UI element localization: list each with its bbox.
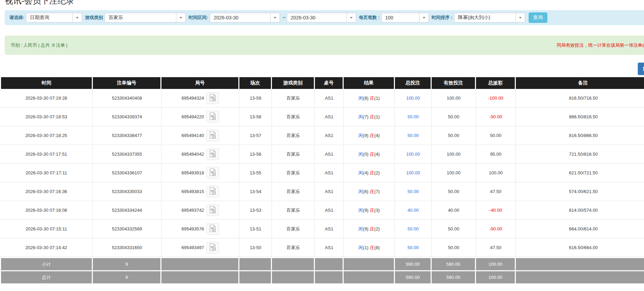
search-button[interactable]: 查询 xyxy=(529,12,547,23)
cell-table-no: AS1 xyxy=(315,220,344,238)
total-bet-link[interactable]: 40.00 xyxy=(407,208,419,213)
total-bet-link[interactable]: 100.00 xyxy=(406,152,420,157)
cell-game-type: 百家乐 xyxy=(272,164,315,182)
round-id-wrap: 695494324 xyxy=(163,89,238,107)
round-id-value: 695493815 xyxy=(182,189,204,194)
table-row: 2026-03-30 07:18:25523304338477695494140… xyxy=(0,126,644,145)
total-bet-link[interactable]: 100.00 xyxy=(406,96,420,101)
total-bet-link[interactable]: 100.00 xyxy=(406,170,420,175)
film-document-icon xyxy=(209,150,217,158)
total-bet-link[interactable]: 50.00 xyxy=(407,245,419,250)
video-playback-button[interactable] xyxy=(206,92,219,104)
round-id-wrap: 695493576 xyxy=(163,220,238,238)
cell-time: 2026-03-30 07:15:11 xyxy=(0,220,93,238)
header-cell-game: 游戏类别 xyxy=(272,77,315,89)
game-type-select[interactable]: 百家乐 xyxy=(105,13,186,22)
cell-remark: 816.50/716.50 xyxy=(516,89,644,108)
scroll-top-button[interactable]: ⬆ xyxy=(638,63,644,75)
result-player-score: (9) xyxy=(363,133,370,138)
total-bet-link[interactable]: 50.00 xyxy=(407,226,419,231)
cell-game-type: 百家乐 xyxy=(272,182,315,201)
query-type-select[interactable]: 日期查询 xyxy=(26,13,82,22)
caret-down-icon[interactable] xyxy=(346,13,356,22)
cell-valid-bet: 100.00 xyxy=(432,145,476,164)
table-header-row: 时间注单编号局号场次游戏类别桌号结果总投注有效投注总派彩备注 xyxy=(0,77,644,89)
header-cell-time: 时间 xyxy=(0,77,93,89)
cell-valid-bet: 50.00 xyxy=(432,182,476,201)
cell-payout: 47.50 xyxy=(476,182,516,201)
cell-remark: 664.00/614.00 xyxy=(516,220,644,238)
cell-valid-bet: 50.00 xyxy=(432,220,476,238)
result-banker-label: 庄 xyxy=(370,133,374,138)
cell-round-id: 695494140 xyxy=(161,126,239,145)
result-banker-label: 庄 xyxy=(370,170,374,175)
cell-bet-id: 523304337355 xyxy=(93,145,161,164)
total-bet-link[interactable]: 50.00 xyxy=(407,114,419,119)
video-playback-button[interactable] xyxy=(206,167,219,179)
cell-bet-id: 523304340408 xyxy=(93,89,161,108)
cell-game-type: 百家乐 xyxy=(272,126,315,145)
result-player-score: (9) xyxy=(363,208,370,213)
cell-total-bet: 100.00 xyxy=(395,145,432,164)
total-payout: 100.00 xyxy=(476,270,516,284)
round-id-value: 695493576 xyxy=(182,226,204,231)
film-document-icon xyxy=(209,169,217,177)
cell-session: 13-54 xyxy=(239,182,272,201)
caret-down-icon[interactable] xyxy=(419,13,429,22)
subtotal-payout: 100.00 xyxy=(476,257,516,270)
video-playback-button[interactable] xyxy=(206,130,219,141)
cell-table-no: AS1 xyxy=(315,238,344,257)
total-session xyxy=(239,270,272,284)
total-bet-link[interactable]: 50.00 xyxy=(407,189,419,194)
cell-remark: 721.50/816.50 xyxy=(516,145,644,164)
caret-down-icon[interactable] xyxy=(515,13,525,22)
result-banker-score: (8) xyxy=(374,245,380,250)
cell-bet-id: 523304336107 xyxy=(93,164,161,182)
caret-down-icon[interactable] xyxy=(176,13,185,22)
round-id-wrap: 695493497 xyxy=(163,238,238,257)
time-sort-select[interactable]: 降幂(由大到小) xyxy=(454,13,525,22)
cell-round-id: 695494324 xyxy=(161,89,239,108)
game-type-label: 游戏类别 xyxy=(85,15,103,21)
total-valid-bet: 590.00 xyxy=(432,270,476,284)
result-banker-label: 庄 xyxy=(370,152,374,157)
cell-game-type: 百家乐 xyxy=(272,89,315,108)
caret-down-icon[interactable] xyxy=(72,13,82,22)
payout-value: -40.00 xyxy=(489,208,502,213)
table-row: 2026-03-30 07:19:28523304340408695494324… xyxy=(0,89,644,108)
video-playback-button[interactable] xyxy=(206,148,219,160)
result-banker-label: 庄 xyxy=(370,114,374,119)
total-bet-link[interactable]: 50.00 xyxy=(407,133,419,138)
payout-value: 95.00 xyxy=(490,152,502,157)
date-from-value: 2026-03-30 xyxy=(210,15,270,20)
film-document-icon xyxy=(209,243,217,252)
page-size-select[interactable]: 100 xyxy=(381,13,429,22)
result-player-label: 闲 xyxy=(359,189,363,194)
round-id-wrap: 695493918 xyxy=(163,164,238,182)
date-to-select[interactable]: 2026-03-30 xyxy=(287,13,356,22)
video-playback-button[interactable] xyxy=(206,242,219,253)
query-type-value: 日期查询 xyxy=(26,15,72,21)
video-playback-button[interactable] xyxy=(206,186,219,197)
cell-valid-bet: 40.00 xyxy=(432,201,476,220)
video-playback-button[interactable] xyxy=(206,111,219,122)
cell-time: 2026-03-30 07:18:53 xyxy=(0,108,93,126)
cell-time: 2026-03-30 07:14:42 xyxy=(0,238,93,257)
subtotal-valid-bet: 590.00 xyxy=(432,257,476,270)
cell-total-bet: 100.00 xyxy=(395,89,432,108)
cell-time: 2026-03-30 07:19:28 xyxy=(0,89,93,108)
date-from-select[interactable]: 2026-03-30 xyxy=(210,13,280,22)
cell-valid-bet: 50.00 xyxy=(432,238,476,257)
payout-value: 50.00 xyxy=(490,133,502,138)
subtotal-game-type xyxy=(272,257,315,270)
round-id-wrap: 695493815 xyxy=(163,182,238,201)
video-playback-button[interactable] xyxy=(206,204,219,216)
cell-payout: -50.00 xyxy=(476,220,516,238)
subtotal-round-id xyxy=(161,257,239,270)
cell-valid-bet: 50.00 xyxy=(432,126,476,145)
header-cell-remark: 备注 xyxy=(516,77,644,89)
subtotal-remark xyxy=(516,257,644,270)
caret-down-icon[interactable] xyxy=(270,13,280,22)
table-row: 2026-03-30 07:18:53523304339374695494220… xyxy=(0,108,644,126)
video-playback-button[interactable] xyxy=(206,223,219,235)
